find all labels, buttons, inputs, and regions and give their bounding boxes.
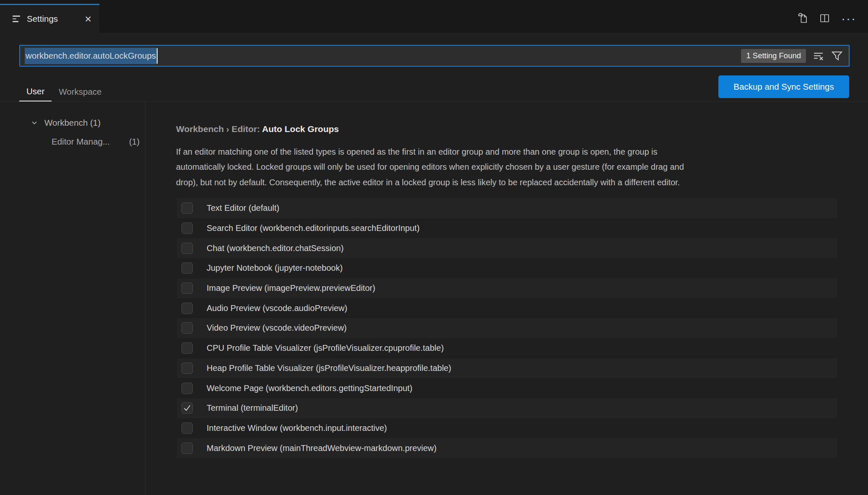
more-actions-icon[interactable]: ··· (841, 15, 856, 21)
editor-type-checkbox[interactable] (181, 342, 193, 354)
editor-tab-bar: Settings ✕ ··· (0, 0, 868, 33)
editor-type-checkbox[interactable] (181, 363, 193, 374)
editor-type-checkbox[interactable] (181, 243, 193, 254)
editor-type-row[interactable]: Chat (workbench.editor.chatSession) (177, 238, 837, 258)
editor-type-label: Image Preview (imagePreview.previewEdito… (207, 283, 375, 293)
toc-item-editor-management[interactable]: Editor Manag... (1) (0, 135, 145, 149)
editor-type-row[interactable]: Video Preview (vscode.videoPreview) (177, 318, 837, 338)
settings-editor-icon (13, 16, 21, 22)
search-selected-text: workbench.editor.autoLockGroups (25, 48, 157, 64)
editor-type-row[interactable]: Jupyter Notebook (jupyter-notebook) (177, 258, 837, 278)
tab-settings[interactable]: Settings ✕ (0, 4, 99, 33)
clear-search-icon[interactable] (812, 50, 824, 62)
text-caret (157, 48, 158, 64)
editor-type-row[interactable]: Interactive Window (workbench.input.inte… (177, 418, 837, 438)
editor-type-row[interactable]: Terminal (terminalEditor) (177, 398, 837, 418)
editor-type-label: Text Editor (default) (207, 203, 279, 213)
editor-type-label: Interactive Window (workbench.input.inte… (207, 423, 387, 433)
editor-actions: ··· (797, 4, 856, 33)
tab-user[interactable]: User (19, 82, 52, 102)
editor-type-label: Audio Preview (vscode.audioPreview) (207, 303, 347, 313)
editor-type-checkbox[interactable] (181, 402, 193, 414)
toc-item-count: (1) (129, 137, 140, 147)
search-controls: 1 Setting Found (741, 49, 843, 63)
chevron-down-icon[interactable] (30, 119, 39, 127)
editor-type-label: Jupyter Notebook (jupyter-notebook) (207, 263, 343, 273)
editor-type-checkbox[interactable] (181, 383, 193, 394)
tab-title: Settings (27, 14, 58, 24)
editor-type-label: Terminal (terminalEditor) (207, 403, 298, 413)
editor-type-row[interactable]: Image Preview (imagePreview.previewEdito… (177, 278, 837, 298)
toc-item-label: Workbench (44, 118, 88, 128)
editor-type-label: CPU Profile Table Visualizer (jsProfileV… (207, 343, 444, 353)
checkmark-icon (183, 404, 192, 412)
editor-type-checkbox[interactable] (181, 322, 193, 334)
settings-found-badge: 1 Setting Found (741, 49, 806, 63)
editor-type-checkbox[interactable] (181, 202, 193, 214)
split-editor-icon[interactable] (819, 13, 830, 24)
editor-type-row[interactable]: Text Editor (default) (177, 198, 837, 218)
editor-type-checkbox[interactable] (181, 223, 193, 234)
toc-item-count: (1) (90, 118, 101, 128)
editor-type-checkbox[interactable] (181, 303, 193, 314)
editor-type-row[interactable]: Audio Preview (vscode.audioPreview) (177, 298, 837, 318)
editor-type-label: Search Editor (workbench.editorinputs.se… (207, 223, 420, 233)
editor-type-checkbox[interactable] (181, 282, 193, 294)
editor-type-row[interactable]: Heap Profile Table Visualizer (jsProfile… (177, 358, 837, 378)
tab-workspace[interactable]: Workspace (52, 82, 109, 102)
editor-type-label: Welcome Page (workbench.editors.gettingS… (207, 384, 412, 393)
editor-type-row[interactable]: Search Editor (workbench.editorinputs.se… (177, 218, 837, 238)
settings-scope-tabs: User Workspace (19, 82, 109, 102)
settings-search-input[interactable]: workbench.editor.autoLockGroups 1 Settin… (19, 45, 850, 67)
editor-type-row[interactable]: Welcome Page (workbench.editors.gettingS… (177, 378, 837, 398)
filter-icon[interactable] (831, 49, 843, 62)
editor-type-label: Heap Profile Table Visualizer (jsProfile… (207, 363, 451, 373)
setting-name: Auto Lock Groups (262, 124, 339, 134)
editor-type-label: Markdown Preview (mainThreadWebview-mark… (207, 443, 437, 453)
editor-type-checkbox[interactable] (181, 443, 193, 454)
setting-title: Workbench › Editor: Auto Lock Groups (176, 124, 339, 134)
open-settings-json-icon[interactable] (797, 13, 808, 24)
editor-type-row[interactable]: Markdown Preview (mainThreadWebview-mark… (177, 438, 837, 458)
settings-toc-sidebar: Workbench (1) Editor Manag... (1) (0, 102, 145, 495)
editor-type-checkbox[interactable] (181, 422, 193, 434)
editor-type-checkbox[interactable] (181, 262, 193, 274)
backup-sync-settings-button[interactable]: Backup and Sync Settings (718, 75, 849, 98)
search-text[interactable]: workbench.editor.autoLockGroups (25, 48, 741, 64)
editor-types-list: Text Editor (default) Search Editor (wor… (177, 198, 837, 458)
editor-type-label: Chat (workbench.editor.chatSession) (207, 244, 344, 253)
editor-type-label: Video Preview (vscode.videoPreview) (207, 323, 347, 333)
close-tab-icon[interactable]: ✕ (84, 15, 92, 23)
editor-type-row[interactable]: CPU Profile Table Visualizer (jsProfileV… (177, 338, 837, 358)
setting-breadcrumb: Workbench › Editor: (176, 124, 262, 134)
toc-item-label: Editor Manag... (52, 137, 110, 147)
setting-description: If an editor matching one of the listed … (176, 144, 684, 190)
toc-item-workbench[interactable]: Workbench (1) (0, 116, 145, 130)
